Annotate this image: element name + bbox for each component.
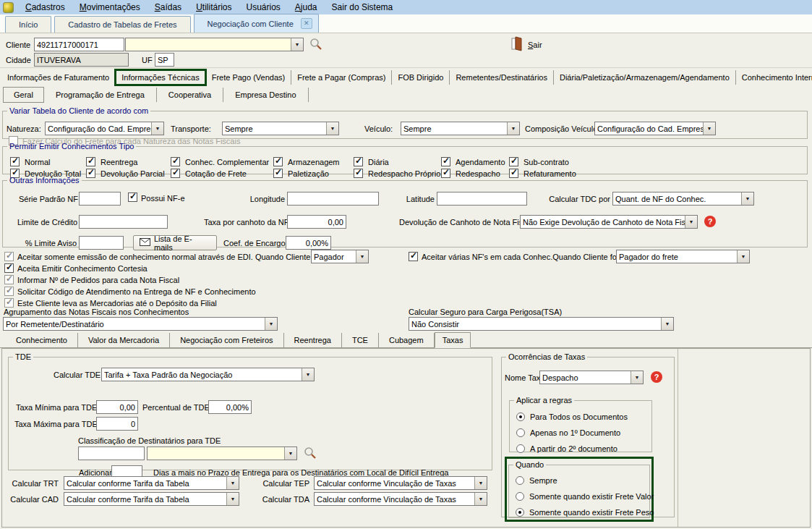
tab-fob-dirigido[interactable]: FOB Dirigido: [392, 70, 450, 85]
tab-cadastro-tabelas-fretes[interactable]: Cadastro de Tabelas de Fretes: [54, 16, 190, 33]
checkbox-agendamento[interactable]: ✓: [441, 157, 450, 166]
calcular-tdc-label: Calcular TDC por: [549, 195, 610, 203]
classificacao-combo[interactable]: ▼: [147, 447, 297, 460]
cliente-name-combo[interactable]: ▼: [125, 38, 304, 51]
tab-negociacao-freteiros[interactable]: Negociação com Freteiros: [170, 333, 283, 347]
coef-encargos-input[interactable]: [286, 236, 331, 250]
door-exit-icon[interactable]: [511, 36, 523, 53]
tab-reentrega-sub[interactable]: Reentrega: [284, 333, 342, 347]
cortesia-checkbox[interactable]: ✓: [4, 263, 14, 273]
menu-sair-do-sistema[interactable]: Sair do Sistema: [325, 0, 401, 14]
taxa-maxima-input[interactable]: [96, 417, 138, 431]
serie-padrao-nf-input[interactable]: [79, 192, 121, 206]
uf-input[interactable]: [155, 53, 174, 67]
tab-inicio[interactable]: Início: [5, 16, 51, 33]
tab-programacao-entrega[interactable]: Programação de Entrega: [44, 88, 157, 102]
help-devolucao-icon[interactable]: ?: [704, 216, 716, 227]
possui-nfe-checkbox[interactable]: ✓: [128, 192, 137, 202]
checkbox-diaria[interactable]: ✓: [354, 157, 363, 166]
radio-todos-documentos[interactable]: [516, 412, 525, 421]
label-armazenagem: Armazenagem: [288, 158, 340, 166]
radio-frete-peso[interactable]: [516, 508, 524, 517]
latitude-input[interactable]: [437, 192, 527, 206]
longitude-input[interactable]: [287, 192, 379, 206]
close-tab-icon[interactable]: ✕: [301, 18, 312, 29]
lista-emails-button[interactable]: Lista de E-mails: [133, 235, 217, 250]
varias-nf-checkbox[interactable]: ✓: [409, 252, 418, 261]
calcular-tda-label: Calcular TDA: [259, 495, 309, 504]
tab-geral[interactable]: Geral: [3, 87, 44, 103]
tab-remetentes-destinatarios[interactable]: Remetentes/Destinatários: [450, 70, 554, 85]
calcular-cad-combo[interactable]: Calcular conforme Tarifa da Tabela▼: [64, 492, 239, 506]
menu-usuarios[interactable]: Usuários: [239, 0, 287, 14]
sair-button[interactable]: Sair: [528, 41, 542, 49]
percentual-tde-input[interactable]: [208, 400, 252, 414]
tab-frete-a-pagar-compras[interactable]: Frete a Pagar (Compras): [291, 70, 392, 85]
devolucao-canhoto-combo[interactable]: Não Exige Devolução de Canhoto de Nota F…: [520, 215, 698, 229]
tab-cooperativa[interactable]: Cooperativa: [157, 88, 223, 102]
menu-utilitarios[interactable]: Utilitários: [189, 0, 239, 14]
checkbox-sub-contrato[interactable]: ✓: [509, 157, 518, 166]
checkbox-normal[interactable]: ✓: [10, 157, 20, 166]
classificacao-codigo-input[interactable]: [78, 447, 145, 460]
devolucao-canhoto-value: Não Exige Devolução de Canhoto de Nota F…: [521, 216, 685, 228]
pedidos-checkbox[interactable]: ✓: [4, 275, 14, 284]
calcular-tdc-combo[interactable]: Quant. de NF do Conhec.▼: [612, 192, 754, 206]
classificacao-search-icon[interactable]: [304, 447, 317, 461]
tab-conhecimento[interactable]: Conhecimento: [6, 333, 78, 347]
tab-valor-mercadoria[interactable]: Valor da Mercadoria: [78, 333, 170, 347]
calcular-tde-combo[interactable]: Tarifa + Taxa Padrão da Negociação▼: [101, 368, 315, 381]
edi-checkbox[interactable]: ✓: [4, 252, 14, 261]
agrupamento-combo[interactable]: Por Remetente/Destinatário▼: [3, 317, 278, 331]
edi-cliente-combo[interactable]: Pagador▼: [311, 250, 369, 263]
radio-a-partir-2-documento[interactable]: [516, 444, 525, 453]
tab-cubagem[interactable]: Cubagem: [379, 333, 435, 347]
checkbox-reentrega[interactable]: ✓: [86, 157, 95, 166]
transporte-combo[interactable]: Sempre▼: [222, 122, 339, 135]
tab-tce[interactable]: TCE: [342, 333, 379, 347]
calcular-tep-combo[interactable]: Calcular conforme Vinculação de Taxas▼: [314, 476, 487, 490]
radio-sempre[interactable]: [516, 476, 524, 485]
cliente-code-input[interactable]: [34, 38, 124, 51]
help-nome-taxa-icon[interactable]: ?: [651, 371, 662, 383]
menu-ajuda[interactable]: Ajuda: [288, 0, 325, 14]
tab-frete-pago-vendas[interactable]: Frete Pago (Vendas): [206, 70, 292, 85]
calcular-trt-combo[interactable]: Calcular conforme Tarifa da Tabela▼: [64, 476, 239, 490]
radio-todos-documentos-label: Para Todos os Documentos: [530, 412, 628, 421]
seguro-carga-combo[interactable]: Não Consistir▼: [409, 317, 674, 331]
tab-diaria-paletizacao[interactable]: Diária/Paletização/Armazenagem/Agendamen…: [554, 70, 736, 85]
natureza-combo[interactable]: Configuração do Cad. Empresas▼: [45, 122, 164, 135]
checkbox-conhec-complementar[interactable]: ✓: [171, 157, 180, 166]
menu-cadastros[interactable]: Cadastros: [18, 0, 72, 14]
app-window: Cadastros Movimentações Saídas Utilitári…: [0, 0, 812, 529]
varias-nf-cliente-combo[interactable]: Pagador do frete▼: [616, 250, 750, 263]
menu-movimentacoes[interactable]: Movimentações: [72, 0, 148, 14]
atendimento-checkbox[interactable]: ✓: [4, 287, 14, 296]
veiculo-combo[interactable]: Sempre▼: [401, 122, 520, 135]
menu-saidas[interactable]: Saídas: [148, 0, 189, 14]
tab-informacoes-faturamento[interactable]: Informações de Faturamento: [1, 70, 116, 85]
chevron-down-icon[interactable]: ▼: [291, 38, 303, 51]
taxa-minima-input[interactable]: [96, 400, 138, 414]
limite-credito-input[interactable]: [79, 215, 168, 229]
tab-negociacao-com-cliente[interactable]: Negociação com Cliente ✕: [194, 14, 319, 33]
radio-apenas-1-documento[interactable]: [516, 428, 525, 437]
radio-frete-valor[interactable]: [516, 492, 524, 501]
nome-taxa-combo[interactable]: Despacho▼: [539, 371, 644, 384]
deposito-checkbox[interactable]: ✓: [4, 298, 14, 308]
composicao-veiculo-combo[interactable]: Configuração do Cad. Empresas▼: [594, 122, 716, 135]
calcular-tda-combo[interactable]: Calcular conforme Vinculação de Taxas▼: [314, 492, 487, 506]
limite-aviso-input[interactable]: [79, 236, 124, 250]
quando-legend: Quando: [513, 460, 546, 469]
taxas-panel: TDE Calcular TDE Tarifa + Taxa Padrão da…: [1, 348, 811, 528]
tab-taxas[interactable]: Taxas: [435, 332, 471, 348]
checkbox-armazenagem[interactable]: ✓: [273, 157, 283, 166]
tab-informacoes-tecnicas[interactable]: Informações Técnicas: [116, 70, 205, 85]
tab-conhecimento-internacional[interactable]: Conhecimento Internacional: [736, 70, 812, 85]
calcular-trt-label: Calcular TRT: [8, 479, 59, 488]
composicao-veiculo-label: Composição Veículo: [525, 124, 597, 133]
taxa-canhoto-input[interactable]: [287, 215, 346, 229]
outras-informacoes-group: Outras Informações Série Padrão NF ✓ Pos…: [2, 176, 808, 247]
search-icon[interactable]: [309, 38, 322, 52]
tab-empresa-destino[interactable]: Empresa Destino: [223, 88, 308, 102]
